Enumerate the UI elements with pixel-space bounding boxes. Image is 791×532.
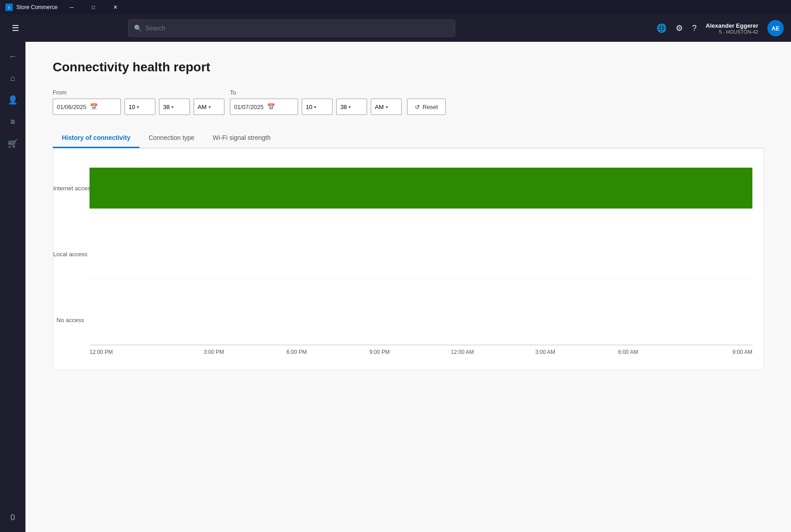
to-controls: 01/07/2025 📅 10 ▾ 38 ▾ AM ▾ — [230, 99, 402, 115]
from-date-value: 01/06/2025 — [57, 104, 86, 110]
sidebar-item-user[interactable]: 👤 — [4, 91, 22, 109]
to-group: To 01/07/2025 📅 10 ▾ 38 ▾ AM — [230, 89, 402, 115]
nav-right: 🌐 ⚙ ? Alexander Eggerer 5 - HOUSTON-42 A… — [657, 20, 784, 36]
user-info: Alexander Eggerer 5 - HOUSTON-42 — [706, 22, 758, 35]
to-ampm-arrow: ▾ — [386, 104, 388, 109]
x-tick-0: 12:00 PM — [90, 349, 172, 355]
user-avatar[interactable]: AE — [767, 20, 784, 36]
tab-connection-type[interactable]: Connection type — [139, 129, 204, 148]
minimize-button[interactable]: ─ — [61, 0, 82, 15]
to-minute-arrow: ▾ — [348, 104, 351, 109]
no-access-label: No access — [53, 317, 90, 323]
from-date-input[interactable]: 01/06/2025 📅 — [53, 99, 121, 115]
nav-hamburger-icon[interactable]: ☰ — [7, 20, 24, 36]
main-layout: ← ⌂ 👤 ≡ 🛒 0 Connectivity health report F… — [0, 42, 791, 532]
to-ampm-value: AM — [375, 104, 384, 110]
sidebar-item-cart[interactable]: 🛒 — [4, 134, 22, 153]
nav-bar: ☰ 🔍 🌐 ⚙ ? Alexander Eggerer 5 - HOUSTON-… — [0, 15, 791, 42]
x-axis-labels: 12:00 PM 3:00 PM 6:00 PM 9:00 PM 12:00 A… — [90, 349, 752, 355]
user-name: Alexander Eggerer — [706, 22, 758, 29]
chart-row-internet: Internet access — [90, 163, 752, 213]
x-tick-4: 12:00 AM — [421, 349, 504, 355]
from-hour-arrow: ▾ — [137, 104, 139, 109]
from-hour-value: 10 — [129, 104, 135, 110]
chart-container: Internet access Local access No access — [53, 148, 764, 370]
internet-access-green-bar — [90, 168, 752, 209]
main-content: Connectivity health report From 01/06/20… — [25, 42, 791, 532]
filter-row: From 01/06/2025 📅 10 ▾ 38 ▾ A — [53, 89, 764, 115]
reset-button[interactable]: ↺ Reset — [407, 99, 446, 115]
x-tick-7: 9:00 AM — [670, 349, 752, 355]
local-access-label: Local access — [53, 251, 90, 258]
x-axis: 12:00 PM 3:00 PM 6:00 PM 9:00 PM 12:00 A… — [90, 345, 752, 355]
internet-access-label: Internet access — [53, 185, 90, 192]
help-icon[interactable]: ? — [692, 24, 696, 33]
to-label: To — [230, 89, 402, 96]
from-controls: 01/06/2025 📅 10 ▾ 38 ▾ AM ▾ — [53, 99, 224, 115]
to-date-value: 01/07/2025 — [234, 104, 264, 110]
local-access-bar-area — [90, 229, 752, 279]
to-hour-value: 10 — [306, 104, 312, 110]
sidebar: ← ⌂ 👤 ≡ 🛒 0 — [0, 42, 25, 532]
sidebar-item-home[interactable]: ⌂ — [4, 69, 22, 87]
tab-wifi-signal-strength[interactable]: Wi-Fi signal strength — [204, 129, 280, 148]
search-input[interactable] — [145, 25, 449, 32]
gear-icon[interactable]: ⚙ — [676, 23, 683, 33]
reset-label: Reset — [423, 104, 438, 110]
from-hour-select[interactable]: 10 ▾ — [124, 99, 155, 115]
from-minute-arrow: ▾ — [171, 104, 174, 109]
from-ampm-select[interactable]: AM ▾ — [194, 99, 224, 115]
x-tick-3: 9:00 PM — [338, 349, 421, 355]
from-minute-value: 38 — [163, 104, 169, 110]
search-bar[interactable]: 🔍 — [128, 20, 455, 37]
to-minute-value: 38 — [340, 104, 347, 110]
sidebar-item-back[interactable]: ← — [4, 47, 22, 65]
close-button[interactable]: ✕ — [105, 0, 126, 15]
reset-icon: ↺ — [415, 104, 420, 110]
maximize-button[interactable]: □ — [83, 0, 104, 15]
page-title: Connectivity health report — [53, 60, 764, 75]
chart-area: Internet access Local access No access — [90, 163, 752, 345]
svg-text:S: S — [8, 5, 10, 10]
to-hour-select[interactable]: 10 ▾ — [302, 99, 333, 115]
from-group: From 01/06/2025 📅 10 ▾ 38 ▾ A — [53, 89, 224, 115]
chart-wrapper: Internet access Local access No access — [90, 163, 752, 355]
x-tick-6: 6:00 AM — [587, 349, 669, 355]
globe-icon[interactable]: 🌐 — [657, 23, 667, 33]
x-tick-5: 3:00 AM — [504, 349, 587, 355]
to-minute-select[interactable]: 38 ▾ — [336, 99, 367, 115]
chart-row-noaccess: No access — [90, 295, 752, 345]
to-ampm-select[interactable]: AM ▾ — [371, 99, 402, 115]
sidebar-item-list[interactable]: ≡ — [4, 113, 22, 131]
title-bar: S Store Commerce ─ □ ✕ — [0, 0, 791, 15]
from-calendar-icon[interactable]: 📅 — [90, 103, 98, 110]
to-calendar-icon[interactable]: 📅 — [267, 103, 275, 110]
x-tick-1: 3:00 PM — [172, 349, 255, 355]
tab-history-of-connectivity[interactable]: History of connectivity — [53, 129, 139, 148]
window-controls: ─ □ ✕ — [61, 0, 126, 15]
app-title: Store Commerce — [16, 4, 58, 10]
to-hour-arrow: ▾ — [314, 104, 316, 109]
x-tick-2: 6:00 PM — [255, 349, 338, 355]
app-icon: S — [5, 4, 13, 11]
to-date-input[interactable]: 01/07/2025 📅 — [230, 99, 298, 115]
internet-access-bar-area — [90, 163, 752, 213]
search-icon: 🔍 — [134, 25, 142, 32]
from-minute-select[interactable]: 38 ▾ — [159, 99, 190, 115]
from-ampm-value: AM — [198, 104, 207, 110]
from-label: From — [53, 89, 224, 96]
sidebar-item-zero: 0 — [4, 508, 22, 527]
tabs-container: History of connectivity Connection type … — [53, 129, 764, 148]
chart-row-local: Local access — [90, 229, 752, 279]
no-access-bar-area — [90, 295, 752, 345]
from-ampm-arrow: ▾ — [209, 104, 211, 109]
user-store: 5 - HOUSTON-42 — [719, 29, 758, 35]
